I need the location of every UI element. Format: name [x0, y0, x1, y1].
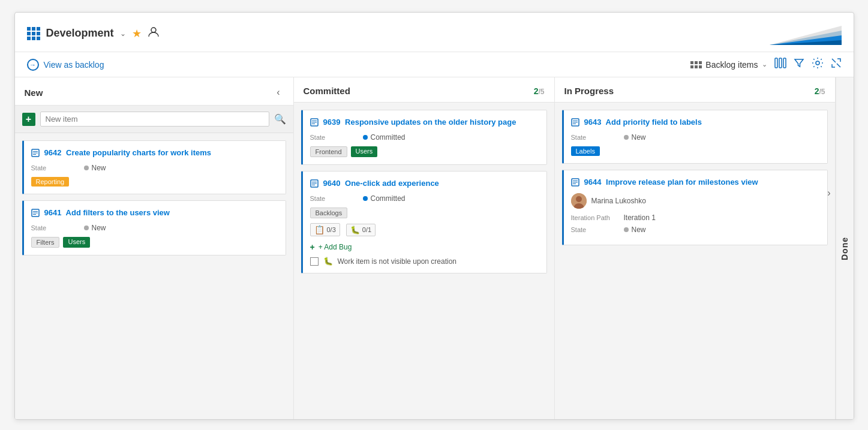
- tag-labels[interactable]: Labels: [571, 146, 600, 156]
- svg-rect-7: [783, 58, 786, 68]
- tag-filters[interactable]: Filters: [31, 237, 60, 248]
- columns-icon[interactable]: [774, 58, 786, 71]
- card-header-9639: 9639 Responsive updates on the older his…: [310, 118, 539, 128]
- task-count-9640: 0/3: [327, 226, 336, 233]
- card-header-9641: 9641 Add filters to the users view: [31, 208, 278, 219]
- tags-9642: Reporting: [31, 177, 278, 187]
- column-header-in-progress: In Progress 2/5: [555, 77, 835, 103]
- backlog-items-label: Backlog items: [705, 60, 758, 70]
- checkbox[interactable]: [310, 257, 319, 266]
- work-item-label: Work item is not visible upon creation: [338, 257, 457, 266]
- column-expand-button-done[interactable]: ›: [824, 187, 834, 200]
- tag-frontend[interactable]: Frontend: [310, 146, 347, 157]
- star-icon[interactable]: ★: [132, 27, 142, 40]
- state-dot-9642: [84, 166, 89, 170]
- expand-icon[interactable]: [831, 58, 842, 71]
- new-item-bar: + 🔍: [15, 106, 293, 133]
- svg-rect-5: [775, 58, 777, 68]
- child-items-9640: 📋 0/3 🐛 0/1: [310, 223, 539, 236]
- card-9644: 9644 Improve release plan for milestones…: [562, 170, 828, 245]
- card-9642: 9642 Create popularity charts for work i…: [22, 140, 286, 194]
- card-id-9643: 9643: [584, 118, 602, 127]
- state-label-9641: State: [31, 224, 79, 231]
- card-title-9643[interactable]: 9643 Add priority field to labels: [584, 118, 702, 128]
- assignee-name-9644: Marina Lukoshko: [591, 197, 646, 205]
- state-value-9644: New: [624, 225, 646, 234]
- search-button[interactable]: 🔍: [274, 113, 286, 125]
- backlog-items-button[interactable]: Backlog items ⌄: [690, 60, 767, 70]
- state-dot-9644: [624, 227, 629, 232]
- state-dot-9639: [363, 135, 368, 140]
- tag-users-9641[interactable]: Users: [63, 237, 90, 248]
- tag-backlogs[interactable]: Backlogs: [310, 208, 348, 218]
- column-title-new: New: [25, 88, 43, 98]
- column-header-new: New ‹: [15, 77, 293, 106]
- card-title-text-9639: Responsive updates on the older history …: [345, 118, 516, 127]
- work-item-icon-9640: [310, 179, 319, 190]
- column-count-committed: 2/5: [534, 86, 545, 96]
- work-item-icon-9641: [31, 209, 40, 219]
- card-id-9642: 9642: [44, 148, 62, 157]
- card-title-text-9641: Add filters to the users view: [66, 208, 170, 217]
- work-item-icon-9644: [571, 178, 579, 188]
- app-container: Development ⌄ ★ → View as backlog: [14, 12, 854, 420]
- card-id-9640: 9640: [323, 179, 341, 188]
- column-header-committed: Committed 2/5: [294, 77, 554, 103]
- person-icon[interactable]: [148, 26, 160, 41]
- view-backlog-button[interactable]: → View as backlog: [27, 59, 104, 71]
- card-title-9639[interactable]: 9639 Responsive updates on the older his…: [323, 118, 516, 128]
- work-item-icon-9643: [571, 118, 579, 128]
- tags-9641: Filters Users: [31, 237, 278, 248]
- state-dot-9640: [363, 196, 368, 201]
- settings-icon[interactable]: [812, 57, 824, 72]
- svg-point-34: [576, 196, 582, 202]
- done-label: Done: [840, 237, 849, 260]
- state-label-9644: State: [571, 226, 619, 233]
- state-value-9643: New: [624, 133, 646, 142]
- arrow-circle-icon: →: [27, 59, 39, 71]
- column-title-committed: Committed: [304, 86, 350, 96]
- new-item-input[interactable]: [40, 112, 269, 127]
- card-state-9644: State New: [571, 225, 820, 234]
- card-title-9642[interactable]: 9642 Create popularity charts for work i…: [44, 148, 212, 158]
- tag-users-9639[interactable]: Users: [351, 146, 378, 157]
- add-bug-label: + Add Bug: [319, 243, 352, 251]
- add-bug-plus-icon: +: [310, 242, 315, 252]
- view-backlog-label: View as backlog: [44, 60, 104, 70]
- card-title-9644[interactable]: 9644 Improve release plan for milestones…: [584, 178, 758, 188]
- card-header-9643: 9643 Add priority field to labels: [571, 118, 820, 128]
- chevron-down-icon[interactable]: ⌄: [120, 29, 126, 38]
- board: New ‹ + 🔍: [15, 77, 854, 419]
- filter-icon[interactable]: [794, 58, 804, 71]
- state-label-9642: State: [31, 164, 79, 172]
- state-value-9639: Committed: [363, 133, 406, 142]
- card-header-9642: 9642 Create popularity charts for work i…: [31, 148, 278, 159]
- page-title: Development: [46, 27, 114, 40]
- card-title-text-9642: Create popularity charts for work items: [66, 148, 211, 157]
- task-badge-9640[interactable]: 📋 0/3: [310, 223, 340, 236]
- new-item-plus-button[interactable]: +: [22, 113, 35, 126]
- card-9641: 9641 Add filters to the users view State…: [22, 200, 286, 255]
- iteration-value-9644: Iteration 1: [624, 214, 656, 222]
- card-title-9641[interactable]: 9641 Add filters to the users view: [44, 208, 170, 218]
- bug-badge-9640[interactable]: 🐛 0/1: [346, 224, 376, 236]
- column-title-in-progress: In Progress: [564, 86, 614, 96]
- card-state-9641: State New: [31, 224, 278, 232]
- state-label-9639: State: [310, 134, 358, 141]
- cards-area-in-progress: 9643 Add priority field to labels State …: [555, 103, 835, 419]
- cards-area-committed: 9639 Responsive updates on the older his…: [294, 103, 554, 419]
- svg-point-0: [151, 28, 156, 32]
- card-title-9640[interactable]: 9640 One-click add experience: [323, 179, 439, 189]
- column-in-progress: In Progress 2/5: [555, 77, 836, 419]
- column-committed: Committed 2/5: [294, 77, 555, 419]
- tags-9640: Backlogs: [310, 208, 539, 218]
- card-title-text-9643: Add priority field to labels: [606, 118, 702, 127]
- board-icon: [27, 27, 40, 40]
- bug-icon: 🐛: [350, 225, 360, 234]
- column-done: › Done: [836, 77, 854, 419]
- tag-reporting[interactable]: Reporting: [31, 177, 70, 187]
- column-collapse-button-new[interactable]: ‹: [273, 86, 283, 99]
- card-title-text-9640: One-click add experience: [345, 179, 439, 188]
- toolbar-right: Backlog items ⌄: [690, 57, 841, 72]
- add-bug-button[interactable]: + + Add Bug: [310, 242, 539, 252]
